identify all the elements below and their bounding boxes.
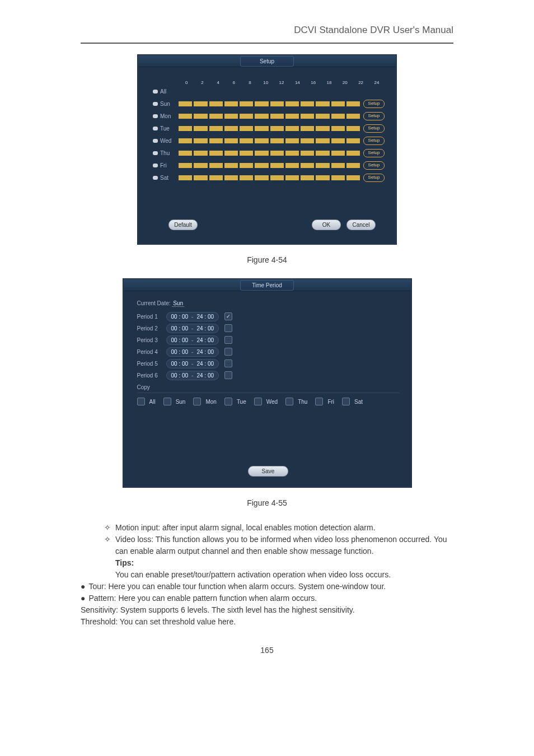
day-checkbox[interactable] xyxy=(153,139,158,143)
default-button[interactable]: Default xyxy=(168,220,198,230)
time-range-input[interactable]: 00 : 00-24 : 00 xyxy=(166,347,219,357)
period-label: Period 5 xyxy=(137,361,166,367)
setup-button[interactable]: Setup xyxy=(363,112,385,120)
day-checkbox[interactable] xyxy=(153,102,158,106)
copy-divider xyxy=(137,393,400,393)
period-enable-checkbox[interactable] xyxy=(224,336,232,344)
day-row-wed: WedSetup xyxy=(153,134,385,147)
setup-button[interactable]: Setup xyxy=(363,137,385,145)
body-text: ✧Motion input: after input alarm signal,… xyxy=(81,522,453,628)
page-header: DCVI Standalone DVR User's Manual xyxy=(0,0,534,40)
copy-day-label: Tue xyxy=(237,399,246,405)
day-checkbox[interactable] xyxy=(153,176,158,180)
time-range-input[interactable]: 00 : 00-24 : 00 xyxy=(166,359,219,368)
day-timeline[interactable] xyxy=(179,175,360,180)
period-label: Period 6 xyxy=(137,372,166,379)
diamond-icon: ✧ xyxy=(104,534,111,557)
day-row-fri: FriSetup xyxy=(153,159,385,171)
period-label: Period 3 xyxy=(137,337,166,343)
copy-day-label: Wed xyxy=(266,399,278,405)
setup-button[interactable]: Setup xyxy=(363,174,385,182)
day-label: Sun xyxy=(160,101,179,107)
time-range-input[interactable]: 00 : 00-24 : 00 xyxy=(166,324,219,333)
setup-button[interactable]: Setup xyxy=(363,161,385,170)
period-enable-checkbox[interactable] xyxy=(224,360,232,367)
day-checkbox[interactable] xyxy=(153,114,158,118)
period-enable-checkbox[interactable] xyxy=(224,348,232,356)
day-timeline[interactable] xyxy=(179,101,360,106)
copy-label: Copy xyxy=(137,384,400,390)
setup-title: Setup xyxy=(240,56,294,67)
setup-button[interactable]: Setup xyxy=(363,149,385,157)
period-row: Period 500 : 00-24 : 00 xyxy=(137,358,400,369)
setup-button[interactable]: Setup xyxy=(363,100,385,108)
day-row-sat: SatSetup xyxy=(153,171,385,184)
period-row: Period 200 : 00-24 : 00 xyxy=(137,323,400,334)
period-row: Period 300 : 00-24 : 00 xyxy=(137,334,400,346)
period-enable-checkbox[interactable] xyxy=(224,312,232,320)
cancel-button[interactable]: Cancel xyxy=(346,220,376,230)
period-row: Period 400 : 00-24 : 00 xyxy=(137,346,400,357)
day-timeline[interactable] xyxy=(179,151,360,156)
copy-day-checkbox[interactable] xyxy=(285,398,293,405)
diamond-icon: ✧ xyxy=(104,522,111,534)
period-enable-checkbox[interactable] xyxy=(224,324,232,332)
day-timeline[interactable] xyxy=(179,114,360,119)
setup-dialog: Setup 024681012141618202224 AllSunSetupM… xyxy=(138,55,396,244)
copy-day-checkbox[interactable] xyxy=(224,398,232,405)
day-label: Wed xyxy=(160,138,179,144)
period-row: Period 100 : 00-24 : 00 xyxy=(137,311,400,322)
day-timeline[interactable] xyxy=(179,163,360,168)
day-checkbox[interactable] xyxy=(153,90,158,94)
copy-day-label: Mon xyxy=(205,399,216,405)
figure-caption-1: Figure 4-54 xyxy=(0,255,534,264)
day-checkbox[interactable] xyxy=(153,127,158,130)
period-label: Period 1 xyxy=(137,314,166,320)
time-period-dialog: Time Period Current Date: Sun Period 100… xyxy=(123,279,411,487)
copy-day-label: Sun xyxy=(176,399,186,405)
day-row-thu: ThuSetup xyxy=(153,147,385,159)
period-label: Period 2 xyxy=(137,325,166,332)
figure-caption-2: Figure 4-55 xyxy=(0,498,534,507)
day-checkbox[interactable] xyxy=(153,151,158,155)
copy-day-checkbox[interactable] xyxy=(137,398,145,405)
period-enable-checkbox[interactable] xyxy=(224,371,232,379)
day-label: All xyxy=(160,88,179,95)
day-label: Mon xyxy=(160,113,179,119)
copy-day-label: Thu xyxy=(298,399,307,405)
day-timeline[interactable] xyxy=(179,138,360,143)
day-label: Sat xyxy=(160,175,179,181)
save-button[interactable]: Save xyxy=(248,466,288,477)
copy-day-label: Fri xyxy=(327,399,334,405)
copy-day-row: AllSunMonTueWedThuFriSat xyxy=(137,398,400,405)
copy-day-checkbox[interactable] xyxy=(254,398,262,405)
day-row-mon: MonSetup xyxy=(153,110,385,122)
copy-day-label: All xyxy=(149,399,156,405)
copy-day-label: Sat xyxy=(354,399,363,405)
bullet-icon: ● xyxy=(81,581,85,592)
day-label: Thu xyxy=(160,150,179,156)
copy-day-checkbox[interactable] xyxy=(315,398,323,405)
copy-day-checkbox[interactable] xyxy=(342,398,350,405)
day-checkbox[interactable] xyxy=(153,164,158,167)
ok-button[interactable]: OK xyxy=(312,220,341,230)
time-range-input[interactable]: 00 : 00-24 : 00 xyxy=(166,312,219,321)
time-range-input[interactable]: 00 : 00-24 : 00 xyxy=(166,371,219,380)
copy-day-checkbox[interactable] xyxy=(193,398,201,405)
copy-day-checkbox[interactable] xyxy=(163,398,171,405)
day-row-tue: TueSetup xyxy=(153,122,385,134)
time-range-input[interactable]: 00 : 00-24 : 00 xyxy=(166,335,219,345)
day-row-all: All xyxy=(153,85,385,97)
bullet-icon: ● xyxy=(81,592,85,604)
day-timeline[interactable] xyxy=(179,126,360,131)
day-row-sun: SunSetup xyxy=(153,97,385,110)
header-rule xyxy=(81,43,453,44)
tp-titlebar: Time Period xyxy=(124,279,411,291)
current-date: Current Date: Sun xyxy=(137,300,400,306)
period-row: Period 600 : 00-24 : 00 xyxy=(137,370,400,381)
tp-title: Time Period xyxy=(240,280,294,291)
period-label: Period 4 xyxy=(137,349,166,355)
setup-button[interactable]: Setup xyxy=(363,124,385,133)
setup-titlebar: Setup xyxy=(138,55,396,67)
page-number: 165 xyxy=(0,646,534,655)
